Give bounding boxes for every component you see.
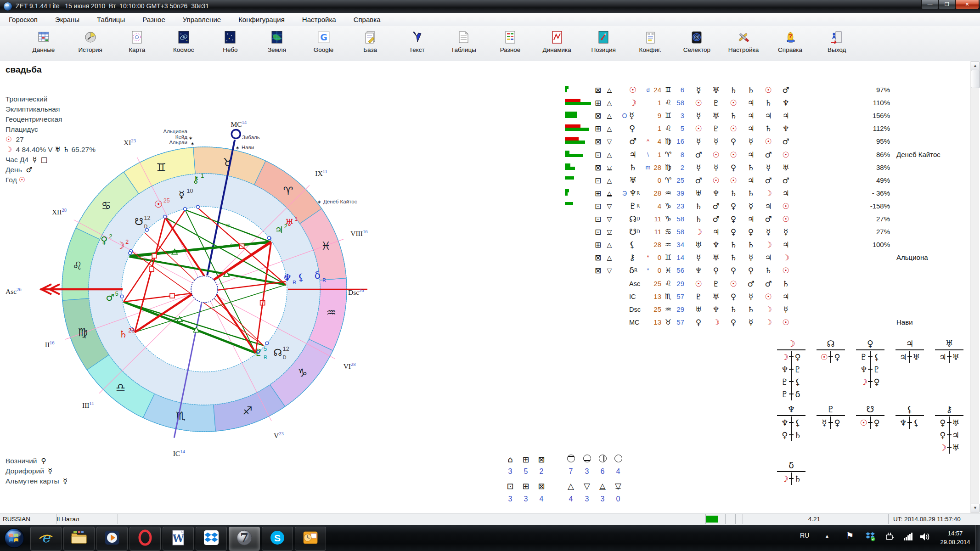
tray-expand-icon[interactable]: ▲ [825,534,829,539]
menu-item-2[interactable]: Экраны [46,16,88,23]
menu-item-7[interactable]: Настройка [293,16,345,23]
toolbar-button-chart-card[interactable]: Карта [114,28,159,59]
taskbar-app-windows-explorer[interactable] [63,527,95,551]
planet-strength-table[interactable]: ⊠△☉d24♊6☿♅♄♄☉♂97%⊞△☽1♌58☉♇☉♃♄♆110%⊠△O☿9♊… [565,84,978,341]
toolbar-button-misc[interactable]: Разное [488,28,533,59]
aspect-table-row[interactable]: ⊡▽☋D11♋58☽♃♀♀☿☿27% [565,225,978,238]
dispositor-tree: ☋☉♀ [856,403,884,454]
toolbar-button-text[interactable]: Текст [394,28,439,59]
toolbar-button-help[interactable]: ?Справка [768,28,813,59]
planet-glyph-lilith[interactable]: ⚸ [298,272,304,283]
planet-glyph-pluto[interactable]: ♇ [254,347,263,358]
info-line: Плацидус [6,124,96,135]
aspect-table-row[interactable]: ⊞△Э♆R28♒39♅♆♄♄☽♃- 36% [565,187,978,200]
planet-glyph-chiron[interactable]: ⚷ [192,174,199,185]
toolbar-button-database[interactable]: База [348,28,393,59]
dispositor-tree: ♃♃♅ [896,337,924,400]
action-center-flag-icon[interactable]: ⚑ [846,530,854,540]
menu-item-4[interactable]: Разное [134,16,174,23]
minimize-button[interactable]: — [921,0,939,9]
start-button[interactable] [4,528,25,549]
scroll-down-icon[interactable]: ▼ [971,504,980,512]
planet-glyph-saturn[interactable]: ♄ [119,329,128,340]
menu-item-1[interactable]: Гороскоп [0,16,46,23]
aspect-table-row[interactable]: MC13♉57♀☽♀☿☽☉Нави [565,316,978,329]
house-cusp-label-XII: XII28 [52,208,67,216]
planet-glyph-sun[interactable]: ☉ [154,199,163,210]
aspect-table-row[interactable]: ⊠△O☿9♊3☿♅♄♃♃♃156% [565,109,978,122]
menu-item-8[interactable]: Справка [345,16,389,23]
toolbar-button-cosmos[interactable]: Космос [161,28,206,59]
toolbar-button-config[interactable]: Конфиг. [628,28,673,59]
aspect-table-row[interactable]: ⊞△☽1♌58☉♇☉♃♄♆110% [565,96,978,109]
planet-glyph-moon[interactable]: ☽ [116,240,125,251]
aspect-table-row[interactable]: ⊞△⚸28♒34♅♆♄♄☽♃100% [565,238,978,251]
maximize-button[interactable]: ❐ [938,0,956,9]
show-desktop-button[interactable] [975,525,980,551]
toolbar-button-earth[interactable]: Земля [254,28,299,59]
toolbar-button-dynamics[interactable]: Динамика [535,28,580,59]
sign-type-icon: ⊠ [592,264,603,277]
volume-speaker-icon[interactable] [919,531,931,542]
toolbar-button-settings[interactable]: Настройка [721,28,766,59]
taskbar-app-skype[interactable]: S [262,527,293,551]
toolbar-button-position[interactable]: Позиция [581,28,626,59]
taskbar-app-dropbox[interactable] [196,527,227,551]
dispositor-glyph: ♆ [780,122,792,135]
taskbar-app-media-player[interactable] [96,527,128,551]
aspect-table-row[interactable]: Asc25♌29☉♇☉♂♂♄ [565,277,978,290]
element-count: 3 [597,495,608,503]
aspect-table-row[interactable]: IC13♏57♇♅♀☿☉♃ [565,290,978,303]
toolbar-button-sky[interactable]: Небо [208,28,253,59]
dispositor-glyph: ♄ [745,187,757,200]
aspect-table-row[interactable]: Dsc25♒29♅♆♄♄☽☿ [565,303,978,316]
planet-glyph-venus[interactable]: ♀ [101,235,107,246]
toolbar-button-data-grid[interactable]: Данные [21,28,66,59]
taskbar-app-opera[interactable] [130,527,161,551]
dispositor-glyph: ♄ [727,238,739,251]
menu-item-6[interactable]: Конфигурация [230,16,293,23]
aspect-table-row[interactable]: ⊡▽♇R4♑23♄♂♀☿♃☉-158% [565,200,978,213]
toolbar-button-history[interactable]: История [68,28,113,59]
taskbar-app-zet[interactable]: 7 [229,527,260,551]
menu-item-5[interactable]: Управление [174,16,230,23]
aspect-table-row[interactable]: ⊡△♅0♈25♂☉☉♃♂♂49% [565,174,978,187]
menu-item-3[interactable]: Таблицы [88,16,134,23]
aspect-table-row[interactable]: ⊡▽☊D11♑58♄♂♀♃♂☉27% [565,213,978,225]
planet-glyph-jupiter[interactable]: ♃ [275,225,283,236]
planet-glyph-neptune[interactable]: ♆ [283,272,292,283]
dropbox-tray-icon[interactable] [865,531,875,541]
aspect-table-row[interactable]: ⊞△♀1♌5☉♇☉♃♄♆112% [565,122,978,135]
taskbar-app-word[interactable]: W [163,527,194,551]
tray-language[interactable]: RU [800,532,809,539]
taskbar-app-internet-explorer[interactable]: e [30,527,62,551]
house-type-glyph: ⊠ [535,481,547,491]
planet-glyph-north-node[interactable]: ☊ [273,347,282,358]
aspect-table-row[interactable]: ⊠△☉d24♊6☿♅♄♄☉♂97% [565,84,978,96]
power-plug-icon[interactable] [884,531,896,542]
toolbar-button-tables[interactable]: Таблицы [441,28,486,59]
aspect-table-row[interactable]: ⊡△♃\1♈8♂☉☉♃♂☉86%Денеб Кайтос [565,148,978,161]
toolbar-button-google[interactable]: GGoogle [301,28,346,59]
planet-glyph-uranus[interactable]: ♅ [285,217,294,228]
planet-glyph-selena[interactable]: δ [315,270,321,281]
title-bar[interactable]: ZET 9.1.44 Lite 15 июня 2010 Вт 10:10:00… [0,0,980,13]
scroll-up-icon[interactable]: ▲ [971,62,980,70]
scroll-thumb[interactable] [971,70,980,88]
toolbar-button-selector[interactable]: Селектор [674,28,719,59]
position-icon [596,30,611,45]
planet-glyph-mars[interactable]: ♂ [106,292,114,303]
close-button[interactable]: ✕ [955,0,979,9]
vertical-scrollbar[interactable]: ▲ ▼ [970,61,979,513]
aspect-table-row[interactable]: ⊠△⚷*0♊14☿♅♄☿♃☽Альциона [565,251,978,264]
aspect-table-row[interactable]: ⊠▽♄m28♍2☿☿♀♄☿♅38% [565,161,978,174]
taskbar-clock[interactable]: 14:57 29.08.2014 [935,529,975,546]
network-signal-icon[interactable] [904,533,912,542]
aspect-table-row[interactable]: ⊠▽♂^4♍16☿☿♀☿☉♂95% [565,135,978,148]
tree-root-glyph: δ [777,459,805,471]
taskbar-app-outlook[interactable] [295,527,326,551]
planet-glyph-south-node[interactable]: ☋ [135,216,143,227]
aspect-table-row[interactable]: ⊠▽δR*0♓56♆♀♀♀♄☉ [565,264,978,277]
toolbar-button-exit[interactable]: Выход [814,28,859,59]
planet-glyph-mercury[interactable]: ☿ [179,189,185,200]
